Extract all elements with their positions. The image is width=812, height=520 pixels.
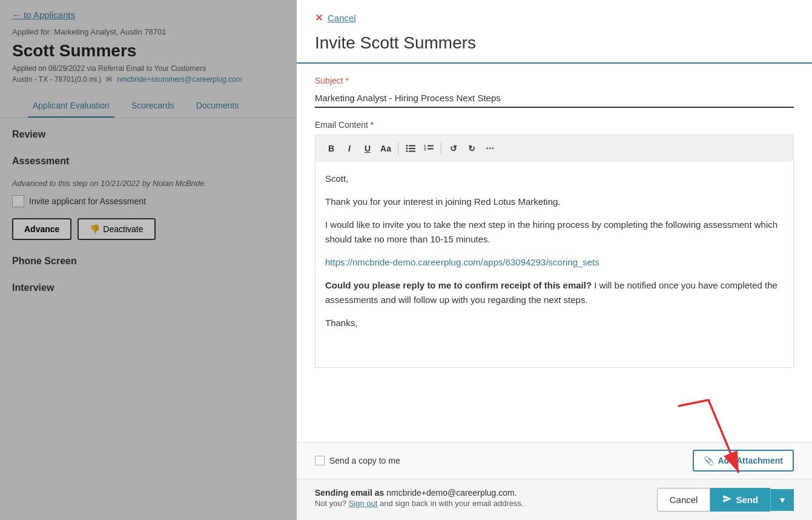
sending-label: Sending email as [315,488,386,498]
email-closing: Thanks, [325,316,784,330]
svg-rect-9 [427,148,434,150]
modal-panel: ✕ Cancel Invite Scott Summers Subject * … [297,0,812,520]
svg-point-4 [406,150,408,152]
svg-point-0 [406,145,408,147]
assessment-link[interactable]: https://nmcbride-demo.careerplug.com/app… [325,257,599,267]
svg-rect-3 [409,148,415,149]
email-line1: Thank you for your interest in joining R… [325,195,784,209]
close-icon[interactable]: ✕ [315,12,323,24]
cancel-link[interactable]: Cancel [328,13,356,23]
email-confirm-line: Could you please reply to me to confirm … [325,278,784,307]
copy-checkbox-row: Send a copy to me [315,456,400,465]
send-label: Send [736,495,758,505]
italic-button[interactable]: I [341,140,358,157]
svg-point-2 [406,148,408,150]
email-link: https://nmcbride-demo.careerplug.com/app… [325,255,784,270]
toolbar-sep-1 [398,142,398,155]
add-attachment-label: Add Attachment [718,456,783,465]
ordered-list-button[interactable]: 1. 2. [420,140,437,157]
modal-title: Invite Scott Summers [315,33,794,53]
footer-actions: Cancel Send ▼ [657,488,794,512]
editor-toolbar: B I U Aa 1. 2. [315,135,794,162]
overlay-dim [0,0,297,520]
undo-button[interactable]: ↺ [445,140,462,157]
confirm-bold: Could you please reply to me to confirm … [325,280,592,290]
add-attachment-button[interactable]: 📎 Add Attachment [693,450,794,472]
email-line2: I would like to invite you to take the n… [325,218,784,247]
sending-email: nmcbride+demo@careerplug.com. [386,488,517,498]
footer-info: Sending email as nmcbride+demo@careerplu… [315,488,657,508]
copy-label: Send a copy to me [329,456,400,465]
copy-checkbox[interactable] [315,456,325,465]
footer-sending: Sending email as nmcbride+demo@careerplu… [315,488,657,498]
subject-input[interactable] [315,89,794,108]
bottom-row: Send a copy to me 📎 Add Attachment [297,442,812,479]
svg-rect-5 [409,151,415,152]
send-dropdown-button[interactable]: ▼ [770,489,794,511]
send-button[interactable]: Send [710,488,770,512]
cancel-row: ✕ Cancel [315,12,794,24]
redo-button[interactable]: ↻ [463,140,480,157]
underline-button[interactable]: U [359,140,376,157]
toolbar-sep-2 [441,142,441,155]
chevron-down-icon: ▼ [778,495,787,505]
font-button[interactable]: Aa [377,140,394,157]
footer-not-you: Not you? Sign out and sign back in with … [315,499,657,508]
email-editor[interactable]: Scott, Thank you for your interest in jo… [315,162,794,368]
not-you-suffix: and sign back in with your email address… [380,499,524,508]
subject-label: Subject * [315,76,794,85]
attachment-icon: 📎 [704,456,714,465]
bold-button[interactable]: B [323,140,340,157]
cancel-footer-button[interactable]: Cancel [657,488,711,512]
svg-text:2.: 2. [424,147,427,151]
sign-out-link[interactable]: Sign out [349,499,378,508]
svg-rect-1 [409,145,415,147]
email-greeting: Scott, [325,172,784,186]
modal-footer: Sending email as nmcbride+demo@careerplu… [297,479,812,520]
modal-body: Subject * Email Content * B I U Aa [297,64,812,442]
modal-header: ✕ Cancel Invite Scott Summers [297,0,812,64]
svg-rect-7 [427,145,434,147]
email-content-label: Email Content * [315,120,794,130]
send-icon [722,494,732,505]
bullet-list-button[interactable] [402,140,419,157]
not-you-prefix: Not you? [315,499,346,508]
more-button[interactable]: ⋯ [481,140,498,157]
